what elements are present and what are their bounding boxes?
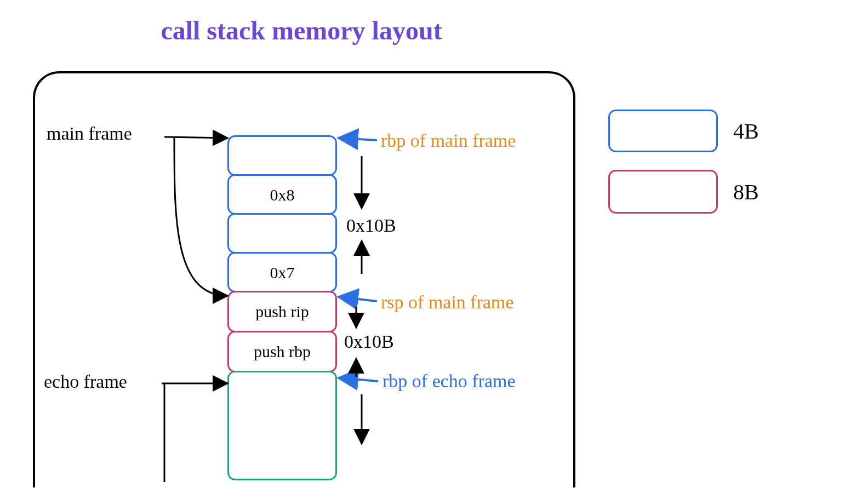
stack-column: 0x8 0x7 push rip push rbp (227, 137, 337, 480)
cell-0 (227, 135, 337, 176)
label-rbp-echo: rbp of echo frame (382, 371, 516, 392)
label-rsp-main: rsp of main frame (381, 292, 514, 313)
legend: 4B 8B (608, 110, 759, 231)
cell-2 (227, 213, 337, 254)
label-main-frame: main frame (47, 123, 132, 144)
cell-5: push rbp (227, 331, 337, 372)
label-size-echo: 0x10B (344, 331, 394, 352)
diagram-title: call stack memory layout (0, 15, 603, 45)
cell-4: push rip (227, 291, 337, 332)
legend-box-4b (608, 110, 718, 152)
cell-3: 0x7 (227, 252, 337, 292)
cell-6-echo-body (227, 371, 337, 480)
label-echo-frame: echo frame (44, 371, 127, 392)
label-rbp-main: rbp of main frame (381, 130, 516, 151)
legend-label-4b: 4B (733, 118, 759, 144)
legend-box-8b (608, 170, 718, 214)
legend-label-8b: 8B (733, 179, 759, 205)
label-size-main: 0x10B (346, 215, 396, 236)
cell-1: 0x8 (227, 174, 337, 215)
